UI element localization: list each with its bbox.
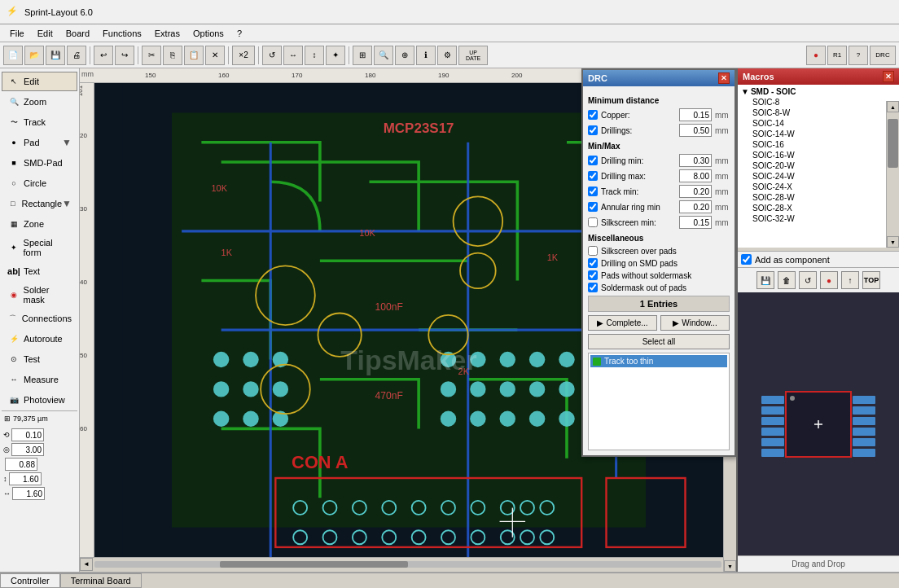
macros-close-button[interactable]: ✕ — [883, 71, 894, 82]
undo-button[interactable]: ↩ — [94, 46, 113, 65]
crosshair-button[interactable]: ⊕ — [395, 46, 414, 65]
paste-button[interactable]: 📋 — [184, 46, 204, 65]
tree-parent-soic[interactable]: ▼ SMD - SOIC — [739, 86, 897, 97]
tree-soic-28x[interactable]: SOIC-28-X — [739, 203, 897, 213]
menu-help[interactable]: ? — [230, 27, 248, 40]
scroll-left-button[interactable]: ◄ — [80, 558, 93, 571]
tool-measure[interactable]: ↔ Measure — [2, 370, 77, 389]
tool-zoom[interactable]: 🔍 Zoom — [2, 92, 77, 112]
tree-soic-8[interactable]: SOIC-8 — [739, 97, 897, 108]
tab-terminal-board[interactable]: Terminal Board — [60, 573, 142, 588]
tool-edit[interactable]: ↖ Edit — [2, 72, 77, 91]
circle-red-button[interactable]: ● — [806, 46, 826, 65]
tool-zone[interactable]: ▦ Zone — [2, 214, 77, 234]
spinner-input-5[interactable] — [12, 487, 45, 500]
save-button[interactable]: 💾 — [46, 46, 65, 65]
tree-soic-24x[interactable]: SOIC-24-X — [739, 182, 897, 192]
open-button[interactable]: 📂 — [24, 46, 44, 65]
drillings-value[interactable] — [679, 124, 712, 137]
delete-button[interactable]: ✕ — [205, 46, 225, 65]
annular-ring-checkbox[interactable] — [588, 202, 598, 212]
tool-test[interactable]: ⊙ Test — [2, 349, 77, 369]
x2-button[interactable]: ×2 — [232, 46, 255, 65]
tool-pad[interactable]: ● Pad ▼ — [2, 133, 77, 152]
complete-button[interactable]: ▶ Complete... — [588, 315, 657, 331]
tree-scroll-down[interactable]: ▼ — [887, 236, 899, 248]
menu-edit[interactable]: Edit — [31, 27, 59, 40]
add-component-checkbox[interactable] — [741, 254, 752, 265]
new-button[interactable]: 📄 — [3, 46, 23, 65]
macro-delete-button[interactable]: 🗑 — [778, 271, 796, 289]
tool-circle[interactable]: ○ Circle — [2, 173, 77, 193]
tool-smd-pad[interactable]: ■ SMD-Pad — [2, 153, 77, 173]
scroll-thumb-h[interactable] — [220, 561, 408, 568]
print-button[interactable]: 🖨 — [67, 46, 86, 65]
drilling-smd-checkbox[interactable] — [588, 258, 598, 268]
r1-button[interactable]: R1 — [827, 46, 847, 65]
drilling-min-value[interactable] — [679, 154, 712, 167]
select-button[interactable]: ⊞ — [353, 46, 372, 65]
macro-arrow-button[interactable]: ↑ — [841, 271, 859, 289]
tree-soic-28w[interactable]: SOIC-28-W — [739, 192, 897, 203]
tool-photoview[interactable]: 📷 Photoview — [2, 390, 77, 410]
tool-solder-mask[interactable]: ◉ Solder mask — [2, 282, 77, 308]
cut-button[interactable]: ✂ — [142, 46, 161, 65]
special-button[interactable]: ✦ — [326, 46, 345, 65]
drilling-min-checkbox[interactable] — [588, 156, 598, 165]
zoom-in-button[interactable]: 🔍 — [374, 46, 393, 65]
macro-save-button[interactable]: 💾 — [756, 271, 774, 289]
tree-soic-14w[interactable]: SOIC-14-W — [739, 129, 897, 139]
tree-scroll-thumb[interactable] — [888, 119, 898, 169]
rotate-button[interactable]: ↺ — [262, 46, 282, 65]
scroll-down-button[interactable]: ▼ — [724, 560, 736, 572]
drc-button[interactable]: DRC — [870, 46, 896, 65]
menu-options[interactable]: Options — [186, 27, 230, 40]
copper-checkbox[interactable] — [588, 110, 598, 120]
menu-file[interactable]: File — [3, 27, 31, 40]
drilling-max-checkbox[interactable] — [588, 171, 598, 181]
silkscreen-min-checkbox[interactable] — [588, 217, 598, 227]
silkscreen-min-value[interactable] — [679, 216, 712, 229]
tool-text[interactable]: ab| Text — [2, 261, 77, 281]
select-all-button[interactable]: Select all — [588, 334, 730, 349]
mirror-v-button[interactable]: ↕ — [305, 46, 324, 65]
tree-soic-16w[interactable]: SOIC-16-W — [739, 150, 897, 160]
tree-scroll-up[interactable]: ▲ — [887, 101, 899, 112]
tree-soic-20w[interactable]: SOIC-20-W — [739, 160, 897, 171]
tool-special-form[interactable]: ✦ Special form — [2, 235, 77, 261]
horizontal-scrollbar[interactable]: ◄ ► — [80, 557, 736, 570]
tab-controller[interactable]: Controller — [0, 573, 60, 588]
silkscreen-over-pads-checkbox[interactable] — [588, 246, 598, 256]
menu-extras[interactable]: Extras — [148, 27, 186, 40]
tree-scrollbar[interactable]: ▲ ▼ — [738, 248, 899, 251]
info-button[interactable]: ℹ — [416, 46, 436, 65]
macro-top-button[interactable]: TOP — [862, 271, 880, 289]
tree-soic-8w[interactable]: SOIC-8-W — [739, 108, 897, 118]
track-min-value[interactable] — [679, 185, 712, 198]
spinner-input-2[interactable] — [11, 443, 44, 456]
annular-ring-value[interactable] — [679, 200, 712, 213]
spinner-input-3[interactable] — [5, 458, 37, 471]
menu-functions[interactable]: Functions — [96, 27, 148, 40]
update-button[interactable]: UPDATE — [458, 46, 488, 65]
tool-connections[interactable]: ⌒ Connections — [2, 309, 77, 328]
drc-result-item[interactable]: Track too thin — [590, 355, 727, 367]
tree-soic-24w[interactable]: SOIC-24-W — [739, 171, 897, 182]
spinner-input-4[interactable] — [9, 472, 42, 485]
r2-button[interactable]: ? — [849, 46, 868, 65]
macro-rotate-button[interactable]: ↺ — [799, 271, 817, 289]
drc-close-button[interactable]: ✕ — [718, 72, 730, 84]
soldermask-out-checkbox[interactable] — [588, 283, 598, 292]
pads-soldermask-checkbox[interactable] — [588, 270, 598, 280]
copper-value[interactable] — [679, 108, 712, 121]
tree-vscroll[interactable]: ▲ ▼ — [886, 101, 899, 248]
spinner-input-1[interactable] — [11, 428, 44, 441]
track-min-checkbox[interactable] — [588, 186, 598, 196]
mirror-h-button[interactable]: ↔ — [283, 46, 303, 65]
tree-soic-16[interactable]: SOIC-16 — [739, 139, 897, 150]
macro-dot-button[interactable]: ● — [820, 271, 838, 289]
tool-autoroute[interactable]: ⚡ Autoroute — [2, 329, 77, 349]
redo-button[interactable]: ↪ — [115, 46, 134, 65]
tool-track[interactable]: 〜 Track — [2, 112, 77, 132]
drillings-checkbox[interactable] — [588, 125, 598, 135]
